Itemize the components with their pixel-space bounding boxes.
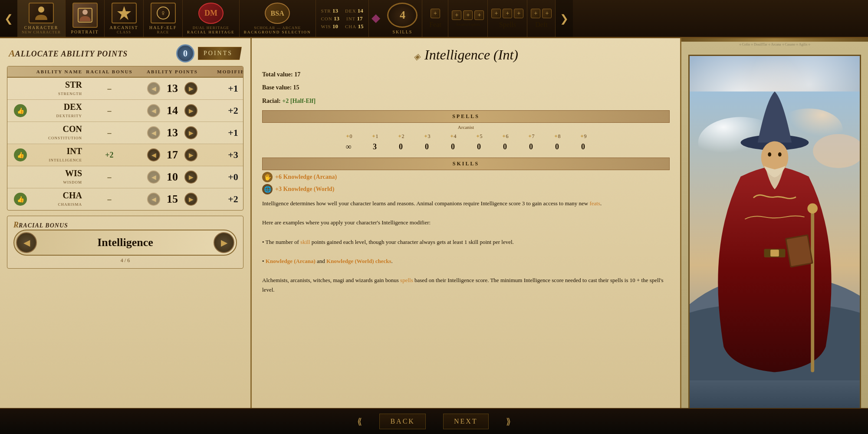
spell-level-7: ✦7 <box>518 132 544 141</box>
str-label: STR <box>321 8 331 13</box>
con-name-cell: CON CONSTITUTION <box>33 125 85 141</box>
middle-panel: Intelligence (Int) Total value: 17 Base … <box>252 38 681 434</box>
spells-section-header: Spells <box>262 110 670 123</box>
wis-decrement[interactable]: ◀ <box>147 171 160 184</box>
nav-diamond-separator <box>369 0 383 37</box>
feat-plus-btn[interactable]: + <box>431 9 440 18</box>
nav-left-arrow[interactable]: ❮ <box>0 0 17 37</box>
str-decrement[interactable]: ◀ <box>147 82 160 95</box>
exploits-plus-btn-2[interactable]: + <box>463 10 473 20</box>
con-value: 13 <box>162 126 183 139</box>
con-decrement[interactable]: ◀ <box>147 126 160 139</box>
points-value: 0 <box>183 49 187 59</box>
dex-increment[interactable]: ▶ <box>184 104 197 117</box>
str-modifier: +1 <box>211 83 243 94</box>
deft-plus-btn-1[interactable]: + <box>531 9 540 18</box>
points-circle: 0 <box>176 44 194 62</box>
portrait-nav-label: Portrait <box>71 30 99 34</box>
stat-total-line: Total value: 17 <box>262 70 670 79</box>
deft-plus-btn-2[interactable]: + <box>542 9 552 18</box>
dex-value: 14 <box>358 7 363 14</box>
nav-item-racial-heritage[interactable]: DM Dual Heritage Racial Heritage <box>183 0 240 37</box>
racial-bonus-progress: 4 / 6 <box>13 257 237 264</box>
arcana-skill-icon: 🖐 <box>262 172 273 182</box>
nav-item-race[interactable]: ♀ Half-Elf Race <box>144 0 183 37</box>
exploits-plus-btn-3[interactable]: + <box>474 10 484 20</box>
racial-section-title: RRacial Bonus <box>13 220 237 230</box>
next-button[interactable]: Next <box>443 414 489 429</box>
nav-item-character[interactable]: Character New Character <box>17 0 66 37</box>
knowledge-world-link[interactable]: Knowledge (World) <box>326 258 374 264</box>
nav-right-arrow[interactable]: ❯ <box>556 0 573 37</box>
racial-heritage-label: Racial Heritage <box>187 30 235 34</box>
allocate-title: AAllocate Ability Points <box>9 48 128 59</box>
spell-level-1: ✦1 <box>362 132 388 141</box>
racial-bonus-section: RRacial Bonus ◀ Intelligence ▶ 4 / 6 <box>7 216 243 269</box>
nav-item-skills[interactable]: 4 Skills <box>383 0 422 37</box>
cha-increment[interactable]: ▶ <box>184 193 197 206</box>
svg-point-16 <box>778 152 782 157</box>
cha-stepper: ◀ 15 ▶ <box>133 193 211 206</box>
nav-item-spells[interactable]: + + + Spells <box>488 0 527 37</box>
skill-link[interactable]: skill <box>300 239 310 245</box>
svg-rect-20 <box>770 250 779 256</box>
racial-next-btn[interactable]: ▶ <box>214 232 234 253</box>
exploits-plus-btn-1[interactable]: + <box>452 10 461 20</box>
background-label: Background Selection <box>244 30 311 34</box>
wis-increment[interactable]: ▶ <box>184 171 197 184</box>
con-stepper: ◀ 13 ▶ <box>133 126 211 139</box>
portrait-top-border <box>681 38 868 42</box>
racial-stepper: ◀ Intelligence ▶ <box>13 230 237 256</box>
right-panel-portrait: ⟡ Cofin ⟡ DouillTar ⟡ Arcana ⟡ Casano ⟡ … <box>681 38 868 434</box>
knowledge-arcana-link[interactable]: Knowledge (Arcana) <box>266 258 316 264</box>
back-button[interactable]: Back <box>379 414 425 429</box>
nav-item-class[interactable]: Arcanist Class <box>105 0 144 37</box>
stat-detail-title: Intelligence (Int) <box>262 47 670 63</box>
spells-plus-btn-1[interactable]: + <box>491 9 501 18</box>
spell-level-5: ✦5 <box>466 132 492 141</box>
exploits-label: Arcanist Exploits <box>456 23 480 26</box>
dex-thumb-icon: 👍 <box>14 104 27 117</box>
int-description: Intelligence determines how well your ch… <box>262 199 670 295</box>
spells-label: Spells <box>499 21 516 29</box>
nav-item-portrait[interactable]: Portrait <box>66 0 105 37</box>
skills-count: 4 <box>400 9 405 22</box>
int-increment[interactable]: ▶ <box>184 148 197 161</box>
spells-plus-btn-2[interactable]: + <box>503 9 512 18</box>
spell-slot-1: 3 <box>362 141 388 152</box>
bottom-double-right-arrow[interactable]: ⟫ <box>506 416 511 427</box>
cha-decrement[interactable]: ◀ <box>147 193 160 206</box>
racial-value: +2 [Half-Elf] <box>282 98 316 104</box>
nav-item-deft[interactable]: + + Deft <box>527 0 556 37</box>
wis-name-cell: WIS WISDOM <box>33 169 85 185</box>
svg-text:♀: ♀ <box>160 9 166 17</box>
str-value: 13 <box>162 82 183 95</box>
str-increment[interactable]: ▶ <box>184 82 197 95</box>
racial-prev-btn[interactable]: ◀ <box>16 232 37 253</box>
col-header-racial: Racial Bonus <box>85 69 133 74</box>
spell-slot-5: 0 <box>466 141 492 152</box>
str-name-cell: STR STRENGTH <box>33 80 85 97</box>
spell-slot-4: 0 <box>440 141 466 152</box>
dex-decrement[interactable]: ◀ <box>147 104 160 117</box>
wis-value: 10 <box>162 171 183 184</box>
svg-point-0 <box>38 7 44 13</box>
race-nav-label: Race <box>157 30 169 34</box>
nav-item-exploits[interactable]: + + + Arcanist Exploits <box>448 0 488 37</box>
cha-value: 15 <box>358 23 363 30</box>
checks-link[interactable]: checks <box>375 258 391 264</box>
int-racial: +2 <box>85 151 133 160</box>
con-increment[interactable]: ▶ <box>184 126 197 139</box>
spells-plus-btn-3[interactable]: + <box>514 9 523 18</box>
bottom-double-left-arrow[interactable]: ⟪ <box>357 416 362 427</box>
spells-link[interactable]: spells <box>400 277 413 283</box>
int-decrement[interactable]: ◀ <box>147 148 160 161</box>
nav-item-feat[interactable]: + Feat <box>422 0 448 37</box>
ability-row-int: 👍 INT INTELLIGENCE +2 ◀ 17 ▶ +3 <box>7 144 243 166</box>
main-content: AAllocate Ability Points 0 Points Abilit… <box>0 38 868 434</box>
nav-item-background[interactable]: BSA Scholar — Arcane Background Selectio… <box>240 0 316 37</box>
feats-link[interactable]: feats <box>589 200 600 207</box>
character-nav-sublabel: New Character <box>22 30 61 34</box>
dex-abbrev: DEX <box>33 102 82 111</box>
svg-point-15 <box>768 152 771 157</box>
